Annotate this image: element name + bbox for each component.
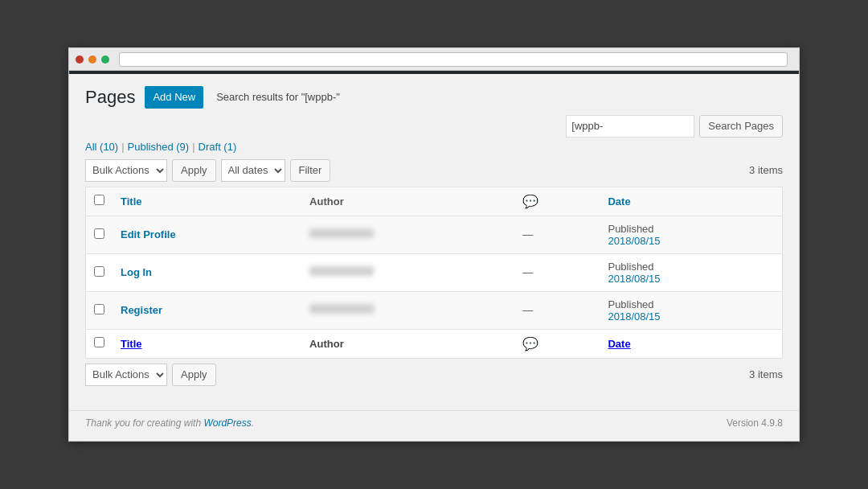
wordpress-link[interactable]: WordPress: [203, 417, 251, 429]
apply-button-top[interactable]: Apply: [172, 159, 216, 182]
col-comments: 💬: [514, 187, 600, 216]
wp-footer: Thank you for creating with WordPress. V…: [69, 410, 799, 435]
search-results-text: Search results for "[wppb-": [216, 91, 340, 103]
wp-content: Pages Add New Search results for "[wppb-…: [69, 74, 799, 402]
row3-author-blurred: [309, 304, 374, 314]
row2-date-value: 2018/08/15: [608, 273, 774, 285]
row1-date-value: 2018/08/15: [608, 235, 774, 247]
row2-check-col: [86, 253, 113, 291]
row3-check-col: [86, 291, 113, 329]
row1-author-blurred: [309, 228, 374, 238]
row1-check-col: [86, 216, 113, 253]
comments-icon: 💬: [522, 195, 538, 208]
row3-title-link[interactable]: Register: [121, 304, 162, 316]
sort-date-foot-link[interactable]: Date: [608, 338, 630, 350]
row3-comments-col: —: [514, 291, 600, 329]
top-nav-left: Bulk Actions Apply All dates Filter: [85, 159, 330, 182]
browser-window: Pages Add New Search results for "[wppb-…: [68, 47, 800, 442]
row2-author-blurred: [309, 266, 374, 276]
row1-author-col: [301, 216, 514, 253]
sort-date-link[interactable]: Date: [608, 195, 630, 208]
bottom-nav-left: Bulk Actions Apply: [85, 364, 216, 386]
table-row: Log In — Published 2018/08/15: [86, 253, 783, 291]
search-input[interactable]: [566, 115, 694, 138]
page-title: Pages: [85, 88, 135, 106]
sort-title-link[interactable]: Title: [121, 195, 142, 208]
subsubsub-nav: All (10) | Published (9) | Draft (1): [85, 141, 783, 153]
table-header-row: Title Author 💬 Date: [86, 187, 783, 216]
wp-admin: Pages Add New Search results for "[wppb-…: [69, 71, 799, 441]
check-all-foot-col: [86, 329, 113, 358]
row3-date-col: Published 2018/08/15: [600, 291, 782, 329]
row2-date-col: Published 2018/08/15: [600, 253, 782, 291]
check-all-footer-checkbox[interactable]: [94, 337, 104, 347]
search-pages-button[interactable]: Search Pages: [699, 115, 783, 138]
dot-yellow: [88, 55, 96, 64]
row2-title-link[interactable]: Log In: [121, 266, 152, 278]
dot-green: [101, 55, 109, 64]
sep1: |: [121, 141, 124, 153]
items-count-bottom: 3 items: [749, 368, 783, 380]
row2-title-col: Log In: [113, 253, 301, 291]
pages-table: Title Author 💬 Date: [85, 187, 783, 359]
col-date: Date: [600, 187, 782, 216]
row3-author-col: [301, 291, 514, 329]
check-all-col: [86, 187, 113, 216]
bottom-table-nav: Bulk Actions Apply 3 items: [85, 364, 783, 386]
add-new-button[interactable]: Add New: [145, 86, 203, 109]
filter-all[interactable]: All (10): [85, 141, 118, 153]
foot-col-author: Author: [301, 329, 514, 358]
apply-button-bottom[interactable]: Apply: [172, 364, 216, 386]
sep2: |: [192, 141, 194, 153]
browser-toolbar: [69, 48, 799, 71]
bulk-actions-select-bottom[interactable]: Bulk Actions: [85, 364, 167, 386]
row2-comments-col: —: [514, 253, 600, 291]
top-table-nav: Bulk Actions Apply All dates Filter 3 it…: [85, 159, 783, 182]
filter-published[interactable]: Published (9): [128, 141, 190, 153]
table-body: Edit Profile — Published 2018/08/15: [86, 216, 783, 329]
row1-checkbox[interactable]: [94, 228, 104, 239]
row2-checkbox[interactable]: [94, 266, 104, 277]
check-all-checkbox[interactable]: [94, 195, 104, 205]
foot-col-date: Date: [600, 329, 782, 358]
row3-checkbox[interactable]: [94, 304, 104, 314]
filter-button[interactable]: Filter: [290, 159, 331, 182]
page-header: Pages Add New Search results for "[wppb-…: [85, 86, 783, 109]
comments-foot-icon: 💬: [522, 337, 538, 351]
row3-title-col: Register: [113, 291, 301, 329]
col-author: Author: [301, 187, 514, 216]
foot-col-title: Title: [113, 329, 301, 358]
footer-thanks: Thank you for creating with WordPress.: [85, 417, 254, 429]
dot-red: [76, 55, 84, 64]
row2-date-status: Published: [608, 261, 774, 273]
filter-draft[interactable]: Draft (1): [199, 141, 237, 153]
table-row: Edit Profile — Published 2018/08/15: [86, 216, 783, 253]
table-footer-row: Title Author 💬 Date: [86, 329, 783, 358]
foot-col-comments: 💬: [514, 329, 600, 358]
row3-date-value: 2018/08/15: [608, 310, 774, 323]
col-title: Title: [113, 187, 301, 216]
url-bar[interactable]: [119, 52, 788, 67]
footer-version: Version 4.9.8: [727, 417, 783, 429]
row1-title-link[interactable]: Edit Profile: [121, 228, 176, 240]
row1-comments-col: —: [514, 216, 600, 253]
row3-date-status: Published: [608, 298, 774, 310]
row1-date-status: Published: [608, 223, 774, 235]
table-row: Register — Published 2018/08/15: [86, 291, 783, 329]
row2-author-col: [301, 253, 514, 291]
sort-title-foot-link[interactable]: Title: [121, 338, 142, 350]
search-bar-row: Search Pages: [85, 115, 783, 138]
all-dates-select[interactable]: All dates: [221, 159, 285, 182]
row1-date-col: Published 2018/08/15: [600, 216, 782, 253]
items-count-top: 3 items: [749, 164, 783, 176]
bulk-actions-select-top[interactable]: Bulk Actions: [85, 159, 167, 182]
row1-title-col: Edit Profile: [113, 216, 301, 253]
